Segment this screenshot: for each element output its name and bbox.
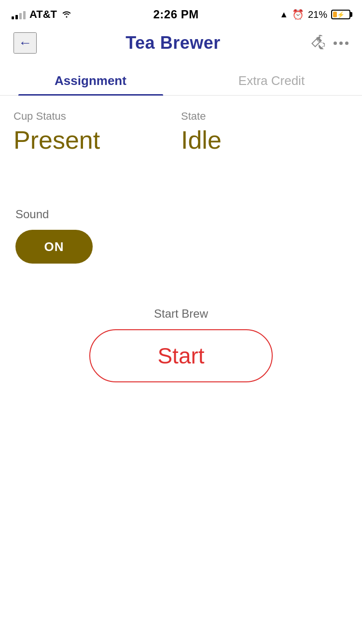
status-row: Cup Status Present State Idle	[14, 110, 348, 154]
tab-extra-credit[interactable]: Extra Credit	[181, 65, 362, 95]
back-button[interactable]: ←	[14, 32, 37, 54]
location-icon: ▲	[279, 10, 288, 20]
battery-percent: 21%	[308, 9, 327, 20]
sound-label: Sound	[15, 208, 347, 221]
header-icons	[309, 34, 348, 53]
alarm-icon: ⏰	[292, 9, 304, 20]
tabs-container: Assignment Extra Credit	[0, 65, 362, 96]
wifi-icon	[61, 8, 72, 21]
start-brew-section: Start Brew Start	[14, 307, 348, 382]
status-left: AT&T	[12, 8, 72, 21]
sound-toggle-button[interactable]: ON	[15, 230, 93, 264]
sound-toggle-label: ON	[44, 239, 64, 254]
start-brew-button[interactable]: Start	[89, 329, 273, 382]
lightning-icon: ⚡	[337, 11, 345, 18]
sound-section: Sound ON	[14, 208, 348, 264]
main-content: Cup Status Present State Idle Sound ON S…	[0, 96, 362, 397]
more-options-icon[interactable]	[334, 42, 348, 45]
cup-status-value: Present	[14, 126, 181, 154]
battery-icon: ⚡	[331, 10, 350, 19]
tab-assignment[interactable]: Assignment	[0, 65, 181, 95]
status-time: 2:26 PM	[153, 8, 198, 21]
start-brew-button-label: Start	[157, 343, 204, 369]
signal-bars-icon	[12, 10, 26, 19]
cup-status-label: Cup Status	[14, 110, 181, 123]
wrench-icon[interactable]	[309, 34, 325, 53]
status-right: ▲ ⏰ 21% ⚡	[279, 9, 350, 20]
state-value: Idle	[181, 126, 348, 154]
carrier-label: AT&T	[29, 8, 57, 21]
state-col: State Idle	[181, 110, 348, 154]
cup-status-col: Cup Status Present	[14, 110, 181, 154]
state-label: State	[181, 110, 348, 123]
page-title: Tea Brewer	[125, 33, 220, 53]
header: ← Tea Brewer	[0, 26, 362, 60]
start-brew-label: Start Brew	[154, 307, 208, 321]
status-bar: AT&T 2:26 PM ▲ ⏰ 21% ⚡	[0, 0, 362, 26]
